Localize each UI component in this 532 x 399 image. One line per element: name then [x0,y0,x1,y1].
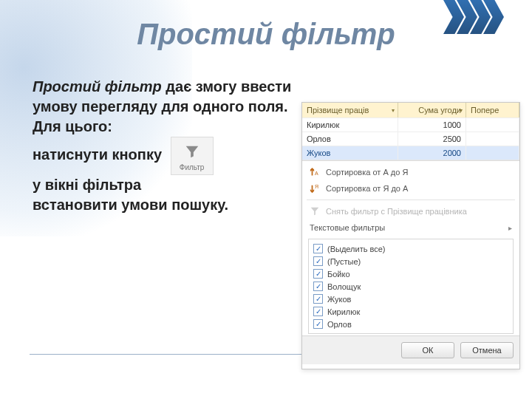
body-text-4: встановити умови пошуку. [33,197,228,213]
filter-value-item[interactable]: ✓Кирилюк [312,305,510,318]
filter-value-label: Кирилюк [327,307,360,316]
filter-value-label: Волощук [327,282,361,291]
filter-button-caption: Фильтр [171,163,213,173]
cell-name: Кирилюк [302,117,398,132]
column-header-prev[interactable]: Попере [466,103,519,117]
text-filters-submenu[interactable]: Текстовые фильтры ▸ [302,219,519,236]
text-filters-label: Текстовые фильтры [310,223,385,232]
cell-prev [466,146,519,160]
menu-separator [307,200,515,200]
table-row[interactable]: Жуков 2000 [302,146,519,160]
checkbox-icon[interactable]: ✓ [313,319,323,329]
sort-asc-icon: А [310,167,320,177]
filter-value-label: Орлов [327,320,352,329]
cell-name: Жуков [302,146,398,160]
chevron-right-icon: ▸ [508,224,512,232]
cancel-button[interactable]: Отмена [460,342,514,358]
data-table: Прізвище праців ▾ Сума угоди ▾ Попере Ки… [302,103,519,160]
svg-text:А: А [315,171,318,176]
sort-asc-item[interactable]: А Сортировка от А до Я [302,164,519,180]
checkbox-icon[interactable]: ✓ [313,244,323,253]
table-row[interactable]: Кирилюк 1000 [302,117,519,132]
cell-sum: 2500 [398,132,466,146]
filter-value-item[interactable]: ✓Орлов [312,318,510,330]
checkbox-icon[interactable]: ✓ [313,256,323,266]
sort-desc-label: Сортировка от Я до А [326,184,408,193]
checkbox-icon[interactable]: ✓ [313,307,323,316]
body-text-2a: Для цього: [33,118,112,134]
cell-sum: 2000 [398,146,466,160]
checkbox-icon[interactable]: ✓ [313,282,323,291]
column-header-sum[interactable]: Сума угоди ▾ [398,103,466,117]
checkbox-icon[interactable]: ✓ [313,294,323,304]
sort-desc-item[interactable]: Я Сортировка от Я до А [302,180,519,197]
cell-sum: 1000 [398,117,466,132]
dropdown-icon[interactable]: ▾ [392,107,395,114]
filter-button[interactable]: Фильтр [171,137,214,175]
table-row[interactable]: Орлов 2500 [302,132,519,146]
filter-value-label: (Пустые) [327,257,361,266]
column-header-name-label: Прізвище праців [307,106,369,115]
filter-value-item[interactable]: ✓Волощук [312,280,510,293]
filter-value-item[interactable]: ✓Бойко [312,267,510,280]
filter-values-list: ✓(Выделить все) ✓(Пустые) ✓Бойко ✓Волощу… [308,239,514,334]
clear-filter-label: Снять фильтр с Прізвище працівника [326,207,467,216]
filter-value-label: Жуков [327,295,351,304]
table-header-row: Прізвище праців ▾ Сума угоди ▾ Попере [302,103,519,117]
dialog-buttons: ОК Отмена [302,335,519,364]
clear-filter-item: Снять фильтр с Прізвище працівника [302,203,519,219]
column-header-prev-label: Попере [471,106,499,115]
cell-prev [466,117,519,132]
ok-button[interactable]: ОК [401,342,454,358]
slide-title: Простий фільтр [0,18,532,51]
cell-prev [466,132,519,146]
filter-value-label: (Выделить все) [327,245,385,253]
funnel-icon [184,143,200,160]
column-header-name[interactable]: Прізвище праців ▾ [302,103,398,117]
column-header-sum-label: Сума угоди [418,106,461,115]
filter-dropdown-screenshot: Прізвище праців ▾ Сума угоди ▾ Попере Ки… [301,102,520,369]
body-text-3: у вікні фільтра [33,177,141,193]
filter-value-item[interactable]: ✓(Пустые) [312,255,510,267]
cell-name: Орлов [302,132,398,146]
filter-value-item[interactable]: ✓Жуков [312,293,510,305]
slide-body: Простий фільтр дає змогу ввести умову пе… [33,77,328,215]
svg-text:Я: Я [315,184,318,189]
dropdown-icon[interactable]: ▾ [460,107,463,114]
sort-asc-label: Сортировка от А до Я [326,168,408,177]
filter-value-item[interactable]: ✓(Выделить все) [312,242,510,255]
clear-filter-icon [310,206,320,216]
checkbox-icon[interactable]: ✓ [313,269,323,279]
body-text-2b: натиснути кнопку [33,146,162,163]
sort-desc-icon: Я [310,183,320,194]
divider [30,354,310,355]
filter-value-label: Бойко [327,270,350,279]
lead-text: Простий фільтр [33,78,162,95]
filter-dropdown-panel: А Сортировка от А до Я Я Сортировка от Я… [302,160,519,369]
